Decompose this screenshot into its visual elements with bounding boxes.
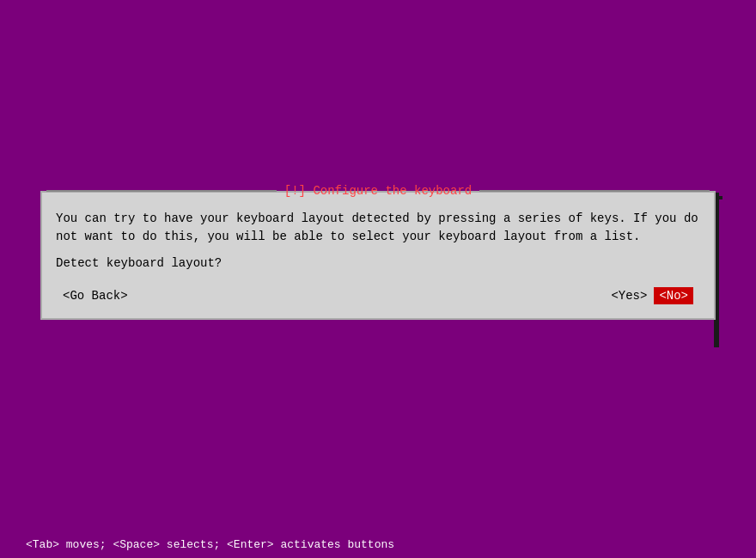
title-line-right <box>479 190 710 192</box>
go-back-button[interactable]: <Go Back> <box>63 289 128 303</box>
no-button[interactable]: <No> <box>654 287 693 304</box>
status-bar: <Tab> moves; <Space> selects; <Enter> ac… <box>26 538 394 551</box>
body-line-1: You can try to have your keyboard layout… <box>56 212 698 225</box>
dialog-content: You can try to have your keyboard layout… <box>42 193 714 318</box>
terminal-screen: [!] Configure the keyboard You can try t… <box>0 0 756 558</box>
status-bar-text: <Tab> moves; <Space> selects; <Enter> ac… <box>26 538 394 551</box>
dialog-body-text: You can try to have your keyboard layout… <box>56 210 700 246</box>
right-buttons-group: <Yes> <No> <box>611 287 693 304</box>
dialog-buttons-row: <Go Back> <Yes> <No> <box>56 287 700 304</box>
body-line-2: not want to do this, you will be able to… <box>56 230 641 243</box>
title-line-left <box>46 190 277 192</box>
dialog-title: [!] Configure the keyboard <box>281 184 475 198</box>
yes-button[interactable]: <Yes> <box>611 289 647 303</box>
detect-question: Detect keyboard layout? <box>56 256 700 270</box>
configure-keyboard-dialog: [!] Configure the keyboard You can try t… <box>40 191 716 320</box>
dialog-title-bar: [!] Configure the keyboard <box>42 184 714 198</box>
